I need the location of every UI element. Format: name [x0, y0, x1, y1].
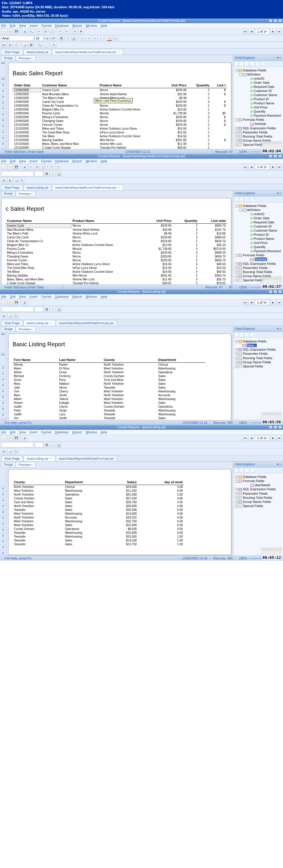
nav-next-icon[interactable]: ▶: [270, 29, 276, 34]
menu-insert[interactable]: Insert: [29, 430, 38, 434]
node-field[interactable]: orderID: [243, 76, 282, 81]
close-button[interactable]: [278, 425, 282, 429]
print-icon[interactable]: 🖨: [22, 29, 27, 34]
menu-format[interactable]: Format: [41, 159, 52, 163]
cut-icon[interactable]: ✂: [28, 164, 33, 169]
nav-prev-icon[interactable]: ◀: [249, 164, 254, 169]
align-justify-icon[interactable]: ≡: [98, 36, 104, 41]
close-button[interactable]: [278, 154, 282, 158]
nav-next-icon[interactable]: ▶: [270, 435, 276, 441]
select-expert-icon[interactable]: 🔍: [37, 42, 42, 48]
menu-format[interactable]: Format: [41, 430, 52, 434]
tab-basic-sales-report[interactable]: basicSalesReportwithLineTotalFormula.rpt…: [52, 185, 123, 190]
menu-edit[interactable]: Edit: [10, 24, 16, 27]
close-tab-icon[interactable]: ×: [50, 321, 52, 325]
fe-edit-icon[interactable]: [250, 61, 254, 66]
italic-icon[interactable]: I: [50, 307, 56, 312]
tab-basic-listing[interactable]: basicListing.rpt: [24, 185, 52, 190]
fe-insert-icon[interactable]: [234, 333, 238, 337]
node-special-fields[interactable]: Special Fields: [234, 504, 282, 508]
tab-date-formula[interactable]: basicSalesReportwithDateFormula.rpt: [56, 320, 117, 326]
nav-last-icon[interactable]: ⏭: [277, 300, 282, 305]
print-icon[interactable]: 🖨: [22, 300, 27, 305]
nav-first-icon[interactable]: ⏮: [243, 435, 248, 441]
node-field[interactable]: Required Date: [243, 220, 282, 224]
close-button[interactable]: [278, 19, 282, 22]
node-field[interactable]: Unit Price: [243, 241, 282, 245]
bold-icon[interactable]: B: [44, 307, 50, 312]
node-parameter-fields[interactable]: Parameter Fields: [234, 266, 282, 270]
nav-last-icon[interactable]: ⏭: [277, 164, 282, 169]
minimize-button[interactable]: [268, 154, 273, 158]
menu-window[interactable]: Window: [86, 159, 97, 163]
fe-edit-icon[interactable]: [245, 197, 249, 202]
page-indicator-input[interactable]: [255, 300, 270, 305]
node-field[interactable]: Customer ID: [243, 89, 282, 93]
panel-close-icon[interactable]: ▾ ×: [277, 327, 281, 331]
close-tab-icon[interactable]: ×: [118, 186, 119, 189]
insert-text-icon[interactable]: ab: [1, 313, 6, 319]
node-running-total[interactable]: Running Total Fields: [234, 356, 282, 360]
tab-design[interactable]: Design: [1, 327, 16, 332]
menu-edit[interactable]: Edit: [10, 295, 16, 298]
node-sql-expression[interactable]: SQL Expression Fields: [234, 261, 282, 266]
font-family-input[interactable]: [1, 307, 33, 312]
refresh-icon[interactable]: ⟳: [73, 29, 78, 34]
menu-database[interactable]: Database: [55, 295, 69, 298]
nav-prev-icon[interactable]: ◀: [249, 435, 254, 441]
node-sql-expression[interactable]: SQL Expression Fields: [234, 487, 282, 491]
save-icon[interactable]: 💾: [13, 29, 19, 34]
menu-view[interactable]: View: [19, 295, 26, 298]
insert-group-icon[interactable]: ⊞: [7, 42, 13, 48]
node-special-fields[interactable]: Special Fields: [234, 364, 282, 368]
node-group-name[interactable]: Group Name Fields: [234, 500, 282, 504]
node-field[interactable]: Order Date: [243, 216, 282, 220]
menu-window[interactable]: Window: [86, 295, 97, 298]
node-field[interactable]: Product Name: [243, 237, 282, 241]
open-icon[interactable]: 📁: [7, 300, 13, 305]
node-database-fields[interactable]: Database Fields: [234, 68, 282, 72]
maximize-button[interactable]: [273, 154, 277, 158]
new-icon[interactable]: ▫: [1, 29, 6, 34]
panel-close-icon[interactable]: ▾ ×: [277, 56, 281, 60]
tab-basic-listing[interactable]: basicListing.rpt×: [24, 456, 55, 461]
page-indicator-input[interactable]: [255, 435, 270, 441]
menu-edit[interactable]: Edit: [10, 159, 16, 163]
tab-start-page[interactable]: Start Page: [1, 320, 23, 326]
font-grow-icon[interactable]: A▲: [44, 36, 50, 41]
font-family-input[interactable]: [1, 442, 33, 447]
open-icon[interactable]: 📁: [7, 29, 13, 34]
print-icon[interactable]: 🖨: [22, 164, 27, 169]
tab-start-page[interactable]: Start Page: [1, 185, 23, 190]
close-tab-icon[interactable]: ×: [118, 50, 119, 54]
menu-window[interactable]: Window: [86, 430, 97, 434]
insert-text-icon[interactable]: ab: [1, 178, 6, 183]
save-icon[interactable]: 💾: [13, 300, 19, 305]
underline-icon[interactable]: U: [71, 36, 77, 41]
fe-new-icon[interactable]: [239, 197, 244, 202]
menu-help[interactable]: Help: [101, 295, 107, 298]
save-icon[interactable]: 💾: [13, 435, 19, 441]
node-field[interactable]: Customer ID: [243, 224, 282, 228]
align-center-icon[interactable]: ≡: [86, 36, 91, 41]
page-indicator-input[interactable]: [255, 164, 270, 169]
fe-edit-icon[interactable]: [245, 468, 249, 473]
menu-format[interactable]: Format: [41, 24, 52, 27]
menu-report[interactable]: Report: [73, 24, 82, 27]
node-database-fields[interactable]: Database Fields: [234, 475, 282, 479]
node-sql-expression[interactable]: SQL Expression Fields: [234, 126, 282, 130]
insert-text-icon[interactable]: ab: [1, 449, 6, 454]
cut-icon[interactable]: ✂: [37, 29, 42, 34]
fe-browse-icon[interactable]: [239, 61, 244, 66]
menu-view[interactable]: View: [19, 430, 26, 434]
fe-new-icon[interactable]: [239, 468, 244, 473]
paste-icon[interactable]: 📋: [49, 29, 54, 34]
node-field[interactable]: Product ID: [243, 97, 282, 101]
font-size-input[interactable]: [34, 307, 43, 312]
node-field[interactable]: Payment Received: [243, 114, 282, 118]
redo-icon[interactable]: ↷: [55, 164, 61, 169]
node-formula-fields-context[interactable]: New...: [234, 343, 282, 347]
node-field[interactable]: Product Name: [243, 101, 282, 105]
tab-preview[interactable]: Preview ×: [16, 327, 35, 332]
copy-icon[interactable]: ⧉: [34, 164, 40, 169]
